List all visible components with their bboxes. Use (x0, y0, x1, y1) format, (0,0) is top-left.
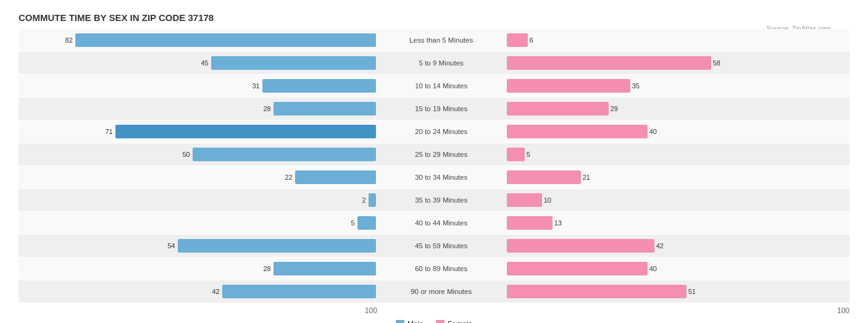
male-bar-container: 82 (19, 33, 376, 47)
male-bar-container: 42 (19, 285, 376, 298)
chart-row: 50 25 to 29 Minutes 5 (19, 143, 849, 166)
axis-right-label: 100 (837, 306, 849, 315)
male-bar (273, 262, 376, 275)
right-section: 5 (503, 148, 849, 161)
female-bar-container: 51 (507, 285, 849, 298)
male-bar (369, 193, 376, 207)
legend-female-label: Female (448, 320, 472, 323)
male-bar-container: 71 (19, 125, 376, 138)
male-value: 28 (263, 265, 270, 272)
male-bar (193, 148, 376, 161)
female-bar (507, 79, 630, 93)
legend-male: Male (396, 320, 424, 323)
female-bar-container: 13 (507, 216, 849, 230)
category-label: 45 to 59 Minutes (380, 242, 503, 250)
category-label: 10 to 14 Minutes (380, 82, 503, 90)
right-section: 6 (503, 33, 849, 47)
category-label: 30 to 34 Minutes (380, 174, 503, 181)
male-bar-container: 5 (19, 216, 376, 230)
right-section: 42 (503, 239, 849, 253)
chart-row: 28 60 to 89 Minutes 40 (19, 258, 849, 280)
male-bar-container: 54 (19, 239, 376, 253)
male-bar (178, 239, 376, 253)
male-bar (295, 170, 376, 184)
chart-area: 82 Less than 5 Minutes 6 45 5 to 9 Minut… (19, 29, 849, 323)
female-value: 42 (656, 242, 664, 250)
left-section: 45 (19, 56, 380, 70)
female-value: 21 (583, 174, 590, 181)
male-value: 5 (351, 219, 355, 227)
left-section: 31 (19, 79, 380, 93)
male-bar (357, 216, 376, 230)
right-section: 58 (503, 56, 849, 70)
female-bar (507, 262, 648, 275)
category-label: 5 to 9 Minutes (380, 59, 503, 67)
male-bar (273, 102, 376, 115)
left-section: 2 (19, 193, 380, 207)
female-value: 29 (611, 105, 618, 112)
male-value: 45 (201, 59, 208, 67)
left-section: 71 (19, 125, 380, 138)
female-bar (507, 33, 528, 47)
female-bar (507, 125, 648, 138)
legend-male-label: Male (407, 320, 424, 323)
female-value: 40 (649, 265, 657, 272)
left-section: 54 (19, 239, 380, 253)
male-value: 82 (65, 36, 72, 44)
left-section: 5 (19, 216, 380, 230)
male-value: 50 (182, 151, 190, 158)
male-value: 2 (362, 196, 366, 204)
female-value: 40 (649, 128, 657, 135)
left-section: 22 (19, 170, 380, 184)
category-label: 90 or more Minutes (380, 288, 503, 295)
left-section: 42 (19, 285, 380, 298)
chart-row: 82 Less than 5 Minutes 6 (19, 29, 849, 51)
legend-female: Female (436, 320, 472, 323)
legend-male-box (396, 320, 404, 323)
left-section: 28 (19, 102, 380, 115)
category-label: 35 to 39 Minutes (380, 196, 503, 204)
male-value: 28 (263, 105, 270, 112)
chart-row: 31 10 to 14 Minutes 35 (19, 75, 849, 97)
left-section: 82 (19, 33, 380, 47)
male-bar-container: 22 (19, 170, 376, 184)
male-bar-container: 28 (19, 102, 376, 115)
female-bar-container: 35 (507, 79, 849, 93)
female-bar-container: 42 (507, 239, 849, 253)
male-bar (262, 79, 376, 93)
female-bar (507, 285, 686, 298)
right-section: 35 (503, 79, 849, 93)
female-value: 5 (527, 151, 530, 158)
chart-row: 42 90 or more Minutes 51 (19, 280, 849, 303)
female-value: 6 (530, 36, 533, 44)
female-bar (507, 56, 711, 70)
right-section: 40 (503, 262, 849, 275)
female-bar (507, 216, 553, 230)
male-bar-container: 31 (19, 79, 376, 93)
right-section: 29 (503, 102, 849, 115)
female-value: 58 (713, 59, 720, 67)
chart-title: COMMUTE TIME BY SEX IN ZIP CODE 37178 (19, 12, 849, 23)
male-bar-container: 28 (19, 262, 376, 275)
female-bar-container: 10 (507, 193, 849, 207)
male-bar (75, 33, 376, 47)
chart-row: 28 15 to 19 Minutes 29 (19, 98, 849, 120)
male-bar-container: 50 (19, 148, 376, 161)
category-label: 20 to 24 Minutes (380, 128, 503, 135)
category-label: 40 to 44 Minutes (380, 219, 503, 227)
male-value: 31 (252, 82, 259, 90)
category-label: 25 to 29 Minutes (380, 151, 503, 158)
chart-row: 71 20 to 24 Minutes 40 (19, 120, 849, 143)
chart-row: 45 5 to 9 Minutes 58 (19, 52, 849, 74)
female-bar (507, 148, 525, 161)
right-section: 13 (503, 216, 849, 230)
category-label: Less than 5 Minutes (380, 36, 503, 44)
male-bar (211, 56, 376, 70)
female-bar (507, 193, 542, 207)
female-bar-container: 21 (507, 170, 849, 184)
male-bar (222, 285, 376, 298)
male-value: 54 (167, 242, 175, 250)
legend-female-box (436, 320, 444, 323)
female-bar-container: 58 (507, 56, 849, 70)
right-section: 21 (503, 170, 849, 184)
